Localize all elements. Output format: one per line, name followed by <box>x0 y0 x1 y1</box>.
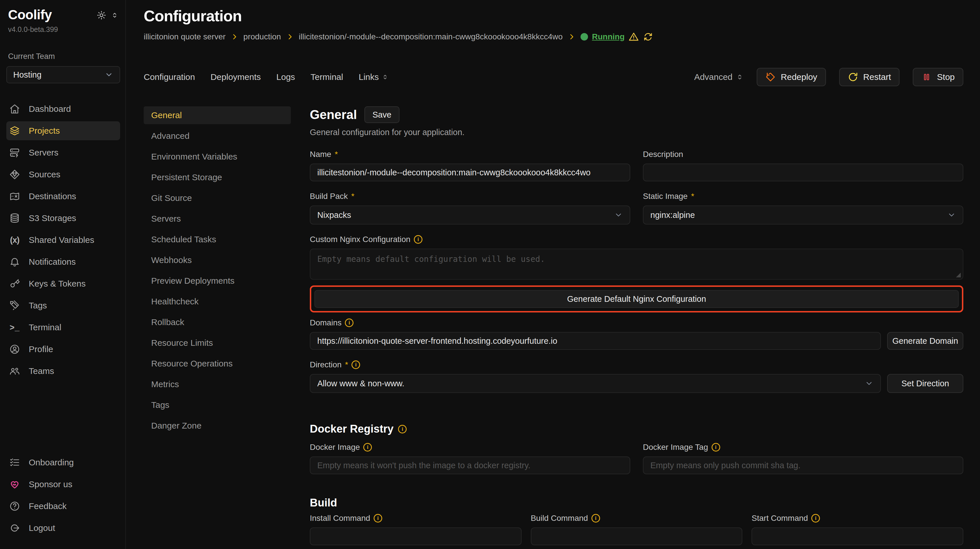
custom-nginx-textarea[interactable] <box>310 249 963 280</box>
docker-image-tag-field-group: Docker Image Tag <box>643 442 963 474</box>
git-source-icon <box>9 169 20 180</box>
sidebar-item-servers[interactable]: Servers <box>6 143 120 162</box>
sidebar-item-onboarding[interactable]: Onboarding <box>6 453 120 472</box>
subnav-item-webhooks[interactable]: Webhooks <box>144 251 291 269</box>
info-icon[interactable] <box>811 514 820 522</box>
docker-image-input[interactable] <box>310 457 630 474</box>
sidebar-item-destinations[interactable]: Destinations <box>6 187 120 206</box>
info-icon[interactable] <box>398 425 407 433</box>
direction-select[interactable]: Allow www & non-www. <box>310 374 881 393</box>
team-select[interactable]: Hosting <box>6 66 120 83</box>
description-input[interactable] <box>643 164 963 181</box>
subnav-item-advanced[interactable]: Advanced <box>144 127 291 145</box>
save-button[interactable]: Save <box>364 107 399 123</box>
sidebar-item-terminal[interactable]: Terminal <box>6 318 120 337</box>
start-command-field-group: Start Command <box>751 514 963 545</box>
name-label: Name * <box>310 150 630 159</box>
breadcrumb-application[interactable]: illicitestonion/-module--decomposition:m… <box>299 32 563 41</box>
build-pack-field-group: Build Pack * Nixpacks <box>310 192 630 224</box>
static-image-select[interactable]: nginx:alpine <box>643 205 963 224</box>
checklist-icon <box>9 457 20 468</box>
install-command-field-group: Install Command <box>310 514 522 545</box>
info-icon[interactable] <box>345 318 353 327</box>
sidebar-item-sponsor-us[interactable]: Sponsor us <box>6 475 120 494</box>
start-command-input[interactable] <box>751 527 963 545</box>
name-input[interactable] <box>310 164 630 181</box>
status-badge: Running <box>581 32 654 42</box>
subnav-item-persistent-storage[interactable]: Persistent Storage <box>144 169 291 186</box>
bell-icon <box>9 256 20 267</box>
build-pack-select[interactable]: Nixpacks <box>310 205 630 224</box>
set-direction-button[interactable]: Set Direction <box>887 374 963 393</box>
logout-icon <box>9 522 20 533</box>
sidebar-item-logout[interactable]: Logout <box>6 519 120 538</box>
sidebar-item-keys-tokens[interactable]: Keys & Tokens <box>6 274 120 293</box>
subnav-item-danger-zone[interactable]: Danger Zone <box>144 417 291 434</box>
info-icon[interactable] <box>374 514 382 522</box>
sidebar-item-dashboard[interactable]: Dashboard <box>6 99 120 118</box>
breadcrumb-environment[interactable]: production <box>243 32 281 41</box>
subnav-item-git-source[interactable]: Git Source <box>144 189 291 207</box>
sidebar: Coolify v4.0.0-beta.399 Current Team Hos… <box>0 0 126 549</box>
tab-links[interactable]: Links <box>359 72 388 82</box>
resize-handle[interactable] <box>956 272 961 277</box>
subnav-item-resource-operations[interactable]: Resource Operations <box>144 355 291 372</box>
sidebar-item-projects[interactable]: Projects <box>6 121 120 140</box>
subnav-item-preview-deployments[interactable]: Preview Deployments <box>144 272 291 290</box>
theme-selector-icon[interactable] <box>111 11 118 19</box>
sidebar-header: Coolify <box>6 7 120 22</box>
subnav-item-rollback[interactable]: Rollback <box>144 313 291 331</box>
tab-deployments[interactable]: Deployments <box>210 72 261 82</box>
install-command-input[interactable] <box>310 527 522 545</box>
tab-logs[interactable]: Logs <box>277 72 295 82</box>
tab-terminal[interactable]: Terminal <box>311 72 343 82</box>
direction-field-group: Direction * Allow www & non-www. Set Dir… <box>310 360 963 393</box>
sidebar-item-notifications[interactable]: Notifications <box>6 252 120 271</box>
sidebar-item-tags[interactable]: Tags <box>6 296 120 315</box>
sidebar-item-sources[interactable]: Sources <box>6 165 120 184</box>
build-command-input[interactable] <box>531 527 743 545</box>
toolbar: Configuration Deployments Logs Terminal … <box>144 68 963 86</box>
chevron-right-icon <box>568 33 575 41</box>
breadcrumb-project[interactable]: illicitonion quote server <box>144 32 226 41</box>
chevron-right-icon <box>286 33 294 41</box>
info-icon[interactable] <box>592 514 600 522</box>
theme-controls[interactable] <box>97 10 118 20</box>
stop-button[interactable]: Stop <box>913 68 963 86</box>
docker-image-tag-input[interactable] <box>643 457 963 474</box>
status-running-link[interactable]: Running <box>592 32 625 41</box>
sidebar-item-feedback[interactable]: Feedback <box>6 496 120 516</box>
info-icon[interactable] <box>414 235 422 244</box>
warning-icon[interactable] <box>628 32 639 42</box>
sync-icon[interactable] <box>643 32 653 42</box>
subnav-item-healthcheck[interactable]: Healthcheck <box>144 293 291 310</box>
sidebar-item-s3-storages[interactable]: S3 Storages <box>6 208 120 228</box>
install-command-label: Install Command <box>310 514 522 523</box>
subnav-item-general[interactable]: General <box>144 107 291 124</box>
sidebar-item-profile[interactable]: Profile <box>6 340 120 359</box>
subnav-item-scheduled-tasks[interactable]: Scheduled Tasks <box>144 231 291 248</box>
advanced-dropdown[interactable]: Advanced <box>694 72 743 82</box>
tab-configuration[interactable]: Configuration <box>144 72 195 82</box>
terminal-icon <box>9 323 20 332</box>
subnav-item-servers[interactable]: Servers <box>144 210 291 228</box>
sun-icon[interactable] <box>97 10 107 20</box>
sidebar-item-shared-variables[interactable]: Shared Variables <box>6 231 120 250</box>
info-icon[interactable] <box>352 360 360 369</box>
subnav-item-resource-limits[interactable]: Resource Limits <box>144 334 291 352</box>
redeploy-button[interactable]: Redeploy <box>757 68 826 86</box>
layers-icon <box>9 125 20 136</box>
restart-button[interactable]: Restart <box>839 68 900 86</box>
generate-domain-button[interactable]: Generate Domain <box>887 332 963 350</box>
info-icon[interactable] <box>363 443 372 452</box>
subnav-item-environment-variables[interactable]: Environment Variables <box>144 148 291 165</box>
generate-nginx-config-button[interactable]: Generate Default Nginx Configuration <box>314 290 959 308</box>
subnav-item-metrics[interactable]: Metrics <box>144 376 291 393</box>
custom-nginx-field-group: Custom Nginx Configuration <box>310 235 963 281</box>
sidebar-item-teams[interactable]: Teams <box>6 361 120 380</box>
info-icon[interactable] <box>711 443 720 452</box>
domains-input[interactable] <box>310 332 881 350</box>
subnav-item-tags[interactable]: Tags <box>144 396 291 414</box>
description-label: Description <box>643 150 963 159</box>
build-pack-label: Build Pack * <box>310 192 630 201</box>
